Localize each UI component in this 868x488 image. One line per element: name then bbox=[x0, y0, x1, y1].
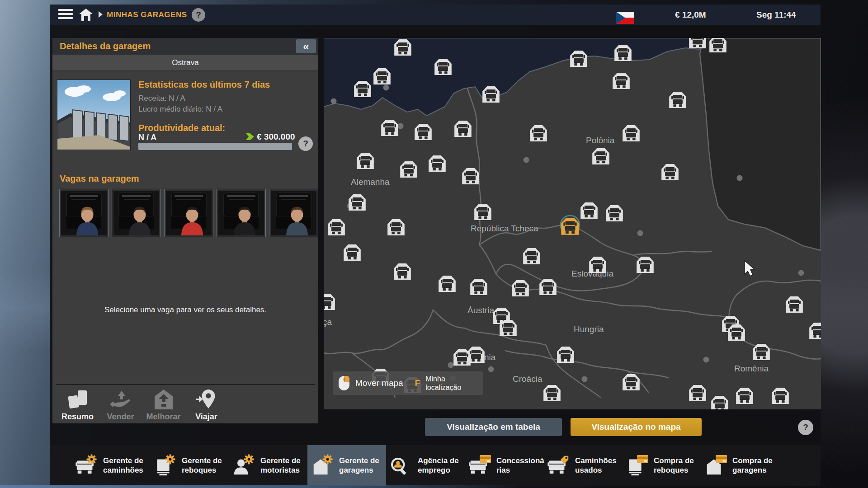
garage-marker[interactable] bbox=[523, 248, 540, 264]
country-label: Romênia bbox=[734, 364, 769, 373]
toolbar-item-garagens[interactable]: Compra degaragens bbox=[701, 445, 779, 486]
garage-slot[interactable] bbox=[59, 189, 108, 237]
player-garage-marker[interactable] bbox=[561, 218, 579, 235]
menu-icon[interactable] bbox=[58, 9, 73, 21]
garage-marker[interactable] bbox=[429, 155, 446, 172]
garage-marker[interactable] bbox=[439, 276, 456, 292]
city-dot bbox=[398, 123, 404, 129]
garage-marker[interactable] bbox=[454, 121, 472, 137]
garage-marker[interactable] bbox=[772, 388, 789, 404]
garage-marker[interactable] bbox=[349, 194, 366, 211]
productivity-help-icon[interactable]: ? bbox=[298, 136, 313, 151]
toolbar-item-rias[interactable]: Concessionárias bbox=[465, 445, 543, 486]
garage-marker[interactable] bbox=[482, 86, 500, 103]
city-dot bbox=[448, 362, 454, 368]
garage-marker[interactable] bbox=[530, 125, 547, 141]
garage-marker[interactable] bbox=[570, 51, 587, 67]
garage-marker[interactable] bbox=[470, 279, 487, 295]
country-label: República Tcheca bbox=[471, 224, 538, 233]
garage-marker[interactable] bbox=[381, 120, 398, 136]
garage-marker[interactable] bbox=[753, 344, 770, 360]
country-label: ça bbox=[324, 317, 332, 327]
view-help-icon[interactable]: ? bbox=[798, 420, 813, 435]
garage-marker[interactable] bbox=[354, 81, 371, 97]
garage-marker[interactable] bbox=[539, 279, 557, 295]
truck-icon bbox=[74, 454, 99, 477]
map-controls-hint: Mover mapa F Minha localização bbox=[333, 371, 483, 395]
garage-slot[interactable] bbox=[164, 189, 213, 237]
house-icon bbox=[703, 454, 728, 477]
toolbar-item-reboques[interactable]: Compra dereboques bbox=[622, 445, 701, 486]
breadcrumb[interactable]: MINHAS GARAGENS bbox=[107, 10, 187, 19]
productivity-label: Produtividade atual: bbox=[138, 123, 225, 133]
revenue-stat: Receita: N / A bbox=[138, 94, 185, 103]
garage-marker[interactable] bbox=[623, 125, 640, 141]
garage-marker[interactable] bbox=[709, 38, 726, 52]
garage-marker[interactable] bbox=[689, 385, 706, 401]
garage-marker[interactable] bbox=[613, 73, 630, 89]
garage-marker[interactable] bbox=[736, 388, 753, 404]
toolbar-item-usados[interactable]: Caminhõesusados bbox=[543, 445, 622, 486]
garage-marker[interactable] bbox=[500, 320, 517, 336]
toolbar-item-emprego[interactable]: Agência deemprego bbox=[386, 445, 465, 486]
city-dot bbox=[798, 270, 804, 276]
garage-marker[interactable] bbox=[637, 257, 654, 273]
garage-marker[interactable] bbox=[474, 204, 491, 220]
garage-marker[interactable] bbox=[580, 202, 598, 219]
garage-slot[interactable] bbox=[112, 189, 161, 237]
garage-marker[interactable] bbox=[689, 38, 706, 48]
garage-marker[interactable] bbox=[623, 374, 640, 390]
screen: MINHAS GARAGENS ? € 12,0M Seg 11:44 Deta… bbox=[0, 0, 868, 488]
toolbar-item-label: Gerente demotoristas bbox=[260, 456, 301, 475]
garage-details-panel: Detalhes da garagem « Ostrava bbox=[52, 38, 318, 423]
garage-marker[interactable] bbox=[415, 124, 432, 140]
map-view-button[interactable]: Visualização no mapa bbox=[571, 418, 702, 436]
garage-marker[interactable] bbox=[434, 59, 452, 75]
garage-marker[interactable] bbox=[344, 244, 361, 261]
garage-marker[interactable] bbox=[462, 168, 479, 184]
garage-marker[interactable] bbox=[394, 39, 411, 56]
table-view-button[interactable]: Visualização em tabela bbox=[425, 418, 562, 436]
garage-marker[interactable] bbox=[453, 349, 471, 366]
garage-marker[interactable] bbox=[661, 164, 679, 180]
my-location-label: Minha localização bbox=[425, 375, 475, 392]
garage-marker[interactable] bbox=[728, 324, 745, 341]
truck-icon bbox=[546, 454, 571, 477]
upgrade-cost: € 300.000 bbox=[257, 132, 295, 142]
garage-marker[interactable] bbox=[543, 385, 561, 401]
garage-marker[interactable] bbox=[786, 296, 803, 313]
productivity-bar bbox=[138, 143, 292, 150]
panel-header: Detalhes da garagem « bbox=[52, 38, 318, 55]
truck-icon bbox=[467, 454, 492, 477]
garage-marker[interactable] bbox=[592, 148, 609, 164]
garage-marker[interactable] bbox=[512, 280, 529, 296]
garage-marker[interactable] bbox=[606, 205, 623, 221]
garage-marker[interactable] bbox=[669, 92, 686, 108]
garage-marker[interactable] bbox=[373, 68, 391, 84]
toolbar-item-caminhões[interactable]: Gerente decaminhões bbox=[71, 445, 150, 486]
czech-flag-icon bbox=[616, 12, 634, 24]
garage-slot[interactable] bbox=[217, 189, 266, 237]
slots-title: Vagas na garagem bbox=[60, 174, 139, 184]
garage-marker[interactable] bbox=[328, 219, 345, 235]
map-svg[interactable]: PolôniaAlemanhaRepública TchecaEslováqui… bbox=[324, 38, 821, 409]
collapse-panel-button[interactable]: « bbox=[296, 39, 316, 53]
breadcrumb-arrow-icon bbox=[99, 11, 103, 18]
toolbar-item-motoristas[interactable]: Gerente demotoristas bbox=[229, 445, 307, 486]
toolbar-item-reboques[interactable]: Gerente dereboques bbox=[150, 445, 229, 486]
garage-marker[interactable] bbox=[614, 45, 632, 61]
help-icon[interactable]: ? bbox=[192, 8, 205, 22]
game-window: MINHAS GARAGENS ? € 12,0M Seg 11:44 Deta… bbox=[50, 5, 821, 486]
garage-marker[interactable] bbox=[387, 219, 405, 235]
home-icon[interactable] bbox=[79, 8, 93, 22]
garage-marker[interactable] bbox=[357, 153, 374, 169]
garage-marker[interactable] bbox=[394, 263, 411, 280]
garage-slot[interactable] bbox=[269, 189, 318, 237]
garage-marker[interactable] bbox=[557, 347, 574, 363]
slot-hint: Selecione uma vaga para ver os seus deta… bbox=[52, 305, 318, 314]
toolbar-item-garagens[interactable]: Gerente degaragens bbox=[307, 445, 386, 486]
garage-marker[interactable] bbox=[400, 161, 417, 178]
garage-map[interactable]: PolôniaAlemanhaRepública TchecaEslováqui… bbox=[324, 38, 821, 409]
garage-marker[interactable] bbox=[589, 257, 606, 273]
city-dot bbox=[524, 157, 529, 163]
